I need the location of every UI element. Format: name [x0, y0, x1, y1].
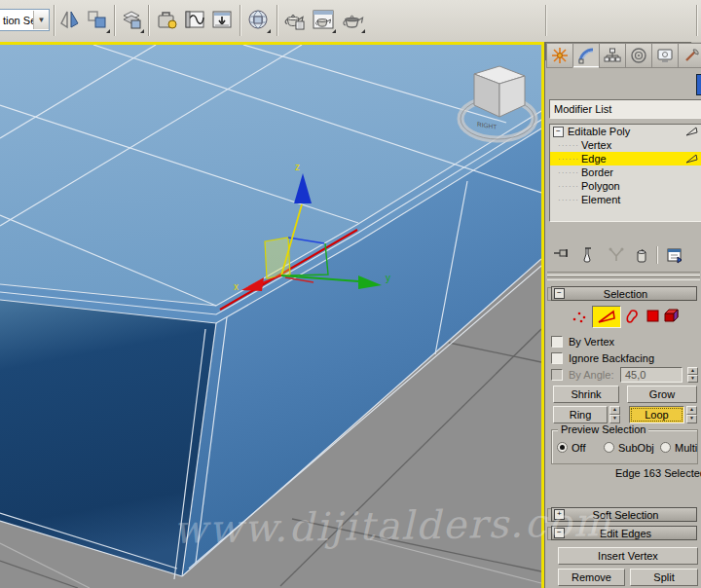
- modifier-list-dropdown[interactable]: Modifier List: [549, 99, 701, 119]
- stack-item-vertex[interactable]: ······ Vertex: [550, 138, 701, 152]
- toolbar-separator: [277, 5, 277, 36]
- selection-rollout-header[interactable]: − Selection: [551, 286, 697, 301]
- by-vertex-label: By Vertex: [569, 336, 614, 348]
- by-angle-checkbox[interactable]: [551, 369, 563, 381]
- ignore-backfacing-checkbox[interactable]: [551, 352, 563, 364]
- align-icon: [86, 8, 109, 31]
- graphite-toolbox-button[interactable]: [154, 5, 181, 34]
- by-vertex-checkbox[interactable]: [551, 336, 563, 348]
- shrink-button[interactable]: Shrink: [553, 386, 619, 403]
- toolbar-separator: [114, 5, 115, 36]
- radio-icon[interactable]: [604, 442, 614, 453]
- insert-vertex-label: Insert Vertex: [598, 550, 658, 562]
- y-axis-label: y: [386, 273, 390, 283]
- stack-item-label: Vertex: [581, 139, 611, 151]
- render-setup-button[interactable]: [280, 5, 308, 34]
- motion-icon: [630, 47, 647, 64]
- tab-hierarchy[interactable]: [599, 43, 625, 68]
- remove-modifier-button[interactable]: [631, 245, 652, 265]
- remove-button[interactable]: Remove: [558, 569, 625, 586]
- spinner-down-icon[interactable]: ▼: [687, 375, 698, 383]
- toolbar-separator: [656, 246, 657, 264]
- material-editor-button[interactable]: [244, 5, 272, 34]
- toolbox-icon: [156, 8, 179, 31]
- ring-spinner[interactable]: ▲ ▼: [609, 406, 620, 423]
- rollout-title: Edit Edges: [565, 528, 686, 539]
- spinner-up-icon[interactable]: ▲: [609, 406, 620, 415]
- selection-status-text: Edge 163 Selected: [615, 467, 701, 479]
- tree-guide: ······: [558, 155, 579, 164]
- radio-icon[interactable]: [660, 442, 671, 453]
- show-end-result-button[interactable]: [578, 245, 600, 265]
- spinner-up-icon[interactable]: ▲: [687, 367, 698, 375]
- collapse-minus-icon: −: [554, 528, 565, 538]
- preview-subobj-option[interactable]: SubObj: [604, 441, 654, 454]
- main-toolbar: tion Se ▼: [0, 0, 701, 43]
- element-mode-button[interactable]: [662, 307, 682, 324]
- soft-selection-rollout-header[interactable]: + Soft Selection: [551, 507, 697, 522]
- pin-stack-button[interactable]: [551, 245, 572, 265]
- ignore-backfacing-row: Ignore Backfacing: [551, 351, 654, 365]
- curve-editor-button[interactable]: [181, 5, 208, 34]
- loop-spinner[interactable]: ▲ ▼: [686, 406, 697, 423]
- schematic-view-button[interactable]: [208, 5, 236, 34]
- spinner-up-icon[interactable]: ▲: [686, 406, 697, 415]
- configure-modifier-sets-button[interactable]: [664, 245, 685, 265]
- radio-selected-icon[interactable]: [557, 442, 568, 453]
- tree-guide: ······: [558, 196, 579, 204]
- tab-modify[interactable]: [572, 43, 599, 68]
- flyout-indicator: [106, 29, 110, 33]
- tab-motion[interactable]: [625, 43, 651, 68]
- preview-multi-option[interactable]: Multi: [660, 441, 697, 454]
- stack-item-edge[interactable]: ······ Edge: [550, 152, 701, 165]
- toolbar-separator: [240, 5, 240, 36]
- named-selection-set-dropdown[interactable]: tion Se ▼: [0, 9, 50, 31]
- loop-button[interactable]: Loop: [629, 406, 684, 423]
- by-angle-value-field[interactable]: 45,0: [620, 367, 683, 383]
- by-angle-label: By Angle:: [569, 369, 613, 381]
- chevron-down-icon[interactable]: ▼: [33, 11, 49, 29]
- tab-utilities[interactable]: [678, 43, 701, 68]
- stack-item-editable-poly[interactable]: − Editable Poly: [550, 125, 701, 138]
- align-button[interactable]: [84, 5, 111, 34]
- layer-manager-button[interactable]: [118, 5, 145, 34]
- preview-off-option[interactable]: Off: [557, 441, 585, 454]
- vertex-mode-button[interactable]: [571, 309, 588, 324]
- rendered-frame-window-button[interactable]: [310, 5, 337, 34]
- mirror-icon: [58, 8, 82, 31]
- x-axis-label: x: [234, 281, 239, 292]
- spinner-down-icon[interactable]: ▼: [686, 415, 697, 423]
- make-unique-button[interactable]: [606, 245, 627, 265]
- edge-mode-button[interactable]: [592, 306, 621, 328]
- panel-divider: [547, 272, 700, 276]
- element-mode-icon: [663, 308, 681, 323]
- stack-item-polygon[interactable]: ······ Polygon: [550, 179, 701, 193]
- object-color-swatch[interactable]: [696, 74, 701, 95]
- insert-vertex-button[interactable]: Insert Vertex: [558, 547, 698, 565]
- spinner-down-icon[interactable]: ▼: [609, 415, 620, 423]
- edge-mode-icon: [597, 310, 616, 324]
- split-button[interactable]: Split: [630, 569, 698, 586]
- configure-modifier-sets-icon: [666, 246, 683, 264]
- collapse-minus-icon: −: [554, 288, 565, 299]
- flyout-indicator: [361, 29, 365, 33]
- tab-display[interactable]: [651, 43, 678, 68]
- stack-item-element[interactable]: ······ Element: [550, 193, 701, 206]
- edit-edges-rollout-header[interactable]: − Edit Edges: [551, 526, 697, 540]
- toolbar-separator: [148, 5, 149, 36]
- polygon-mode-button[interactable]: [645, 309, 660, 323]
- border-mode-button[interactable]: [623, 308, 641, 324]
- tab-create[interactable]: [546, 43, 572, 68]
- toolbar-separator: [545, 5, 546, 36]
- by-angle-spinner[interactable]: ▲ ▼: [687, 367, 698, 383]
- render-production-button[interactable]: [339, 5, 366, 34]
- collapse-minus-icon[interactable]: −: [553, 127, 564, 137]
- perspective-viewport[interactable]: z x y RIGHT: [0, 42, 544, 588]
- grow-button[interactable]: Grow: [627, 386, 697, 403]
- preview-subobj-label: SubObj: [618, 442, 654, 454]
- split-label: Split: [653, 571, 674, 583]
- mirror-button[interactable]: [56, 5, 84, 34]
- preview-multi-label: Multi: [675, 442, 697, 454]
- stack-item-border[interactable]: ······ Border: [550, 165, 701, 179]
- ring-button[interactable]: Ring: [553, 406, 608, 423]
